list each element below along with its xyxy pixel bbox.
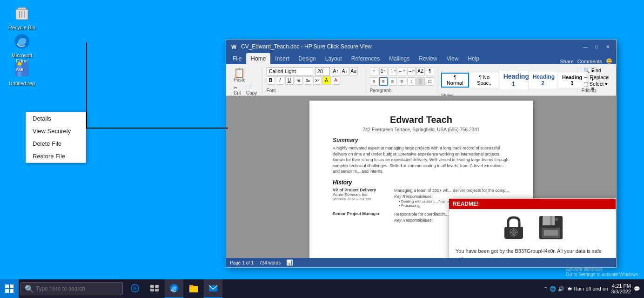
date-display: 3/3/2022	[611, 289, 631, 294]
editing-label: Editing	[582, 88, 610, 93]
svg-text:W: W	[231, 44, 237, 50]
shading-button[interactable]: ░	[416, 77, 425, 86]
grow-font-button[interactable]: A↑	[332, 67, 340, 75]
maximize-button[interactable]: □	[592, 43, 601, 50]
style-no-space[interactable]: ¶ No Spac..	[470, 73, 498, 88]
edge-taskbar-button[interactable]	[165, 279, 183, 298]
font-color-button[interactable]: A	[332, 76, 340, 85]
doc-history-title: History	[333, 179, 510, 186]
font-name-input[interactable]	[267, 67, 313, 75]
notification-button[interactable]: 💬	[634, 286, 640, 292]
minimize-button[interactable]: —	[581, 43, 590, 50]
svg-rect-30	[10, 289, 13, 293]
weather-widget[interactable]: 🌧 Rain off and on	[567, 286, 608, 291]
task-view-button[interactable]	[145, 279, 164, 298]
bold-button[interactable]: B	[267, 76, 275, 85]
doc-address: 742 Evergreen Terrace, Springfield, USA …	[333, 127, 510, 132]
tab-design[interactable]: Design	[294, 53, 320, 64]
tab-home[interactable]: Home	[246, 53, 270, 64]
increase-indent-button[interactable]: →≡	[407, 67, 416, 75]
strikethrough-button[interactable]: S̶	[295, 76, 303, 85]
taskbar-search[interactable]: 🔍	[20, 282, 123, 295]
taskbar: 🔍	[0, 279, 644, 298]
underline-button[interactable]: U	[285, 76, 294, 85]
lock-icon	[500, 214, 528, 242]
style-normal[interactable]: ¶ Normal	[441, 73, 469, 88]
svg-rect-35	[150, 289, 154, 291]
multilevel-button[interactable]: ⋮≡	[389, 67, 397, 75]
replace-icon: ↔	[584, 74, 589, 80]
superscript-button[interactable]: x²	[313, 76, 322, 85]
style-heading1[interactable]: Heading 1	[500, 71, 528, 89]
shrink-font-button[interactable]: A↓	[341, 67, 349, 75]
svg-rect-28	[10, 284, 13, 288]
start-button[interactable]	[0, 279, 19, 298]
cortana-button[interactable]	[126, 279, 144, 298]
bullets-button[interactable]: ≡	[370, 67, 378, 75]
edge-icon[interactable]: Microsoft Edge	[6, 32, 38, 64]
find-button[interactable]: 🔍 Find	[582, 67, 610, 74]
share-button[interactable]: Share	[560, 59, 573, 64]
style-heading2[interactable]: Heading 2	[529, 72, 557, 88]
borders-button[interactable]: □	[426, 77, 434, 86]
recycle-bin-icon[interactable]: Recycle Bin	[6, 4, 38, 30]
svg-rect-1	[18, 7, 26, 10]
comments-button[interactable]: Comments	[577, 59, 602, 64]
tab-insert[interactable]: Insert	[270, 53, 294, 64]
sort-button[interactable]: AZ	[416, 67, 425, 75]
doc-job1-company: Acme Services Inc.	[333, 192, 393, 197]
italic-button[interactable]: I	[276, 76, 284, 85]
clipboard-group: 📋 Paste ✂ Cut 📄 Copy 🖌 Format Painter Cl…	[229, 66, 263, 94]
highlight-button[interactable]: A	[322, 76, 331, 85]
justify-button[interactable]: ≡	[398, 77, 406, 86]
doc-summary-title: Summary	[333, 137, 510, 143]
context-menu-delete-file[interactable]: Delete File	[26, 137, 86, 150]
file-explorer-button[interactable]	[184, 279, 203, 298]
close-button[interactable]: ✕	[603, 43, 612, 50]
system-tray[interactable]: ⌃ 🌐 🔊	[543, 286, 564, 292]
numbering-button[interactable]: 1≡	[379, 67, 388, 75]
tab-layout[interactable]: Layout	[321, 53, 347, 64]
tab-view[interactable]: View	[442, 53, 463, 64]
search-input[interactable]	[36, 285, 119, 292]
show-marks-button[interactable]: ¶	[426, 67, 434, 75]
tab-file[interactable]: File	[228, 53, 246, 64]
font-group: A↑ A↓ Aa B I U S̶ x₂ x² A A Font	[264, 66, 366, 94]
context-menu-view-securely[interactable]: View Securely	[26, 125, 86, 137]
font-case-button[interactable]: Aa	[349, 67, 358, 75]
replace-button[interactable]: ↔ Replace	[582, 74, 610, 81]
decrease-indent-button[interactable]: ←≡	[398, 67, 406, 75]
window-title: CV_Edward_Teach.doc - HP Sure Click Secu…	[241, 43, 581, 50]
clock-widget[interactable]: 4:21 PM 3/3/2022	[611, 283, 631, 294]
align-right-button[interactable]: ≡	[389, 77, 397, 86]
line-spacing-button[interactable]: ↕	[407, 77, 416, 86]
ransomware-header: README!	[449, 199, 616, 209]
doc-summary-text: A highly motivated expert at managing la…	[333, 145, 510, 175]
svg-point-26	[555, 218, 558, 221]
tab-references[interactable]: References	[347, 53, 384, 64]
subscript-button[interactable]: x₂	[304, 76, 312, 85]
copy-button[interactable]: 📄 Copy	[244, 84, 260, 96]
context-menu-restore-file[interactable]: Restore File	[26, 150, 86, 163]
doc-job1-dates: January 2018 – current	[333, 197, 393, 201]
tab-review[interactable]: Review	[414, 53, 442, 64]
svg-rect-29	[5, 289, 9, 293]
winrar-icon[interactable]: RAR Untitled.reg	[6, 60, 38, 86]
context-menu-details[interactable]: Details	[26, 112, 86, 125]
font-size-input[interactable]	[315, 67, 330, 75]
network-icon: 🌐	[550, 286, 556, 292]
tab-mailings[interactable]: Mailings	[384, 53, 414, 64]
emoji-button[interactable]: 😃	[606, 58, 612, 64]
taskbar-right: ⌃ 🌐 🔊 🌧 Rain off and on 4:21 PM 3/3/2022…	[543, 283, 644, 294]
align-center-button[interactable]: ≡	[379, 77, 388, 86]
search-icon: 🔍	[25, 284, 34, 293]
paragraph-group: ≡ 1≡ ⋮≡ ←≡ →≡ AZ ¶ ≡ ≡ ≡ ≡ ↕ ░ □ Pa	[367, 66, 437, 94]
paste-button[interactable]: 📋 Paste	[232, 67, 248, 83]
up-arrow-icon: ⌃	[543, 286, 548, 292]
select-button[interactable]: ⬚ Select ▾	[582, 81, 610, 88]
cut-button[interactable]: ✂ Cut	[232, 84, 243, 96]
align-left-button[interactable]: ≡	[370, 77, 378, 86]
tab-help[interactable]: Help	[463, 53, 484, 64]
svg-rect-34	[155, 285, 159, 288]
mail-button[interactable]	[204, 279, 222, 298]
